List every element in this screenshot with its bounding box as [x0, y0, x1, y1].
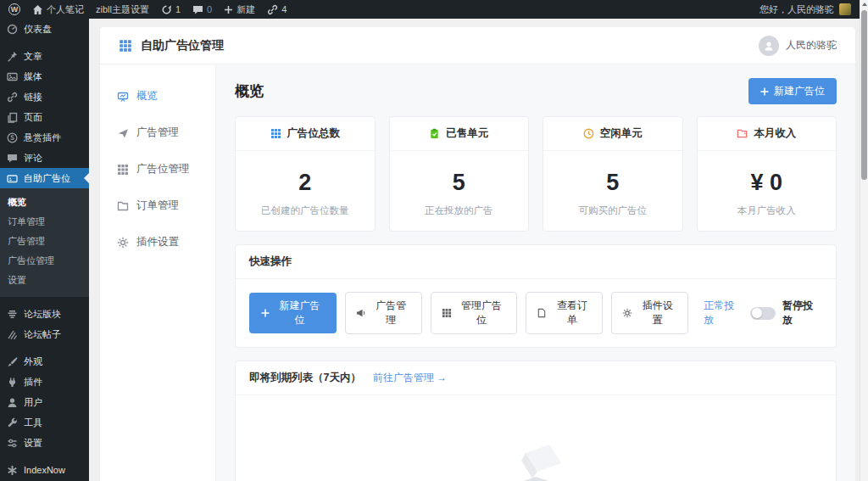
sidebar-item-posts[interactable]: 文章 [0, 46, 89, 66]
quick-button-label: 管理广告位 [457, 299, 507, 327]
plugin-nav-label: 订单管理 [136, 199, 179, 213]
sidebar-item-forum-sections[interactable]: 论坛版块 [0, 304, 89, 324]
plugin-nav: 概览 广告管理 广告位管理 订单管理 [100, 64, 216, 481]
plugin-main: 概览 新建广告位 广告位总数 [216, 64, 855, 481]
quick-manage-slots-button[interactable]: 管理广告位 [431, 292, 518, 334]
plugin-nav-ads[interactable]: 广告管理 [100, 115, 215, 151]
adminbar-comments[interactable]: 0 [192, 4, 212, 15]
adminbar-new[interactable]: 新建 [224, 3, 255, 16]
quick-actions-title: 快速操作 [249, 254, 292, 269]
grid-icon [270, 128, 281, 139]
quick-view-orders-button[interactable]: 查看订单 [526, 292, 603, 334]
sidebar-item-users[interactable]: 用户 [0, 392, 89, 412]
stat-label: 广告位总数 [287, 126, 341, 141]
sidebar-item-forum-posts[interactable]: 论坛帖子 [0, 324, 89, 344]
sidebar-item-dashboard[interactable]: 仪表盘 [0, 19, 89, 39]
toggle-off-label: 暂停投放 [782, 299, 822, 327]
overview-icon [117, 91, 129, 103]
adminbar-updates[interactable]: 1 [161, 4, 181, 15]
sidebar-label: 评论 [24, 152, 42, 165]
sidebar-item-pages[interactable]: 页面 [0, 107, 89, 127]
scroll-up-icon[interactable] [862, 3, 867, 6]
stat-card-sold-units: 已售单元 5 正在投放的广告 [389, 116, 530, 232]
sidebar-label: 自助广告位 [24, 172, 70, 185]
adminbar-link-count: 4 [281, 4, 287, 14]
user-avatar[interactable] [759, 36, 779, 56]
adminbar-new-label: 新建 [236, 3, 255, 16]
plugin-nav-ad-slots[interactable]: 广告位管理 [100, 151, 215, 187]
submenu-item-ad-slots[interactable]: 广告位管理 [0, 251, 89, 271]
submenu-item-overview[interactable]: 概览 [0, 193, 89, 212]
wp-admin-sidebar: 仪表盘 文章 媒体 链接 页面 悬赏插件 评论 自助广告位 [0, 19, 89, 481]
sidebar-label: 工具 [24, 417, 42, 429]
sidebar-label: 链接 [24, 91, 42, 103]
plugin-nav-settings[interactable]: 插件设置 [100, 224, 215, 260]
sidebar-label: 仪表盘 [24, 23, 52, 36]
stat-desc: 本月广告收入 [704, 204, 830, 217]
sidebar-item-plugins[interactable]: 插件 [0, 372, 89, 392]
sidebar-item-indexnow[interactable]: IndexNow [0, 460, 89, 480]
sidebar-label: 文章 [24, 50, 42, 63]
submenu-item-ads[interactable]: 广告管理 [0, 232, 89, 251]
sidebar-item-links[interactable]: 链接 [0, 87, 89, 107]
plugin-nav-orders[interactable]: 订单管理 [100, 187, 215, 224]
sidebar-item-ad-slots[interactable]: 自助广告位 [0, 168, 89, 188]
plugin-nav-overview[interactable]: 概览 [100, 78, 215, 115]
sidebar-item-media[interactable]: 媒体 [0, 66, 89, 87]
sliders-icon [7, 438, 18, 449]
sidebar-label: 论坛版块 [24, 308, 61, 321]
sidebar-item-appearance[interactable]: 外观 [0, 351, 89, 372]
quick-button-label: 广告管理 [371, 299, 411, 327]
sidebar-item-reward-plugin[interactable]: 悬赏插件 [0, 127, 89, 148]
brush-icon [7, 356, 18, 367]
quick-new-ad-slot-button[interactable]: 新建广告位 [249, 293, 337, 333]
pin-icon [7, 51, 18, 62]
submenu-item-orders[interactable]: 订单管理 [0, 212, 89, 232]
update-icon [161, 4, 172, 15]
delivery-toggle-switch[interactable] [750, 307, 775, 320]
adminbar-avatar[interactable] [839, 3, 851, 15]
page-scrollbar[interactable] [860, 0, 868, 481]
goto-ads-link[interactable]: 前往广告管理 → [373, 371, 447, 385]
clipboard-check-icon [429, 128, 440, 139]
adminbar-links[interactable]: 4 [267, 4, 287, 15]
adminbar-theme-settings[interactable]: zibll主题设置 [96, 3, 149, 16]
wordpress-logo-icon: W [8, 3, 20, 15]
sidebar-label: 论坛帖子 [24, 328, 61, 341]
dashboard-icon [7, 24, 18, 35]
stat-card-month-revenue: 本月收入 ¥ 0 本月广告收入 [697, 116, 837, 232]
scrollbar-thumb[interactable] [861, 10, 867, 180]
adminbar-comment-count: 0 [207, 4, 212, 14]
user-icon [7, 397, 18, 408]
empty-box-illustration [485, 439, 587, 481]
sidebar-item-tools[interactable]: 工具 [0, 412, 89, 433]
adminbar-wp-logo[interactable]: W [8, 3, 20, 15]
submenu-item-settings[interactable]: 设置 [0, 271, 89, 290]
page-title: 概览 [235, 81, 264, 101]
gear-icon [117, 237, 129, 249]
forum-sections-icon [7, 309, 18, 320]
admin-bar: W 个人笔记 zibll主题设置 1 0 新建 4 您好，人民的骆驼 [0, 0, 860, 19]
stat-label: 已售单元 [446, 126, 488, 141]
sidebar-item-settings[interactable]: 设置 [0, 433, 89, 453]
plugin-nav-label: 广告位管理 [136, 162, 190, 176]
reward-icon [7, 132, 18, 143]
quick-new-ad-slot-label: 新建广告位 [275, 299, 325, 327]
sidebar-label: 设置 [24, 437, 42, 450]
new-ad-slot-button[interactable]: 新建广告位 [748, 78, 837, 104]
quick-ads-button[interactable]: 广告管理 [345, 292, 422, 334]
expiring-title: 即将到期列表（7天内） [249, 371, 361, 385]
folder-icon [737, 128, 748, 139]
document-icon [537, 308, 547, 318]
grid-icon [442, 308, 452, 318]
quick-plugin-settings-button[interactable]: 插件设置 [611, 292, 688, 334]
adminbar-site-home[interactable]: 个人笔记 [32, 3, 84, 16]
sidebar-label: 外观 [24, 355, 42, 368]
delivery-toggle-group: 正常投放 暂停投放 [704, 299, 822, 327]
sidebar-item-comments[interactable]: 评论 [0, 148, 89, 168]
asterisk-icon [7, 465, 18, 476]
link-icon [7, 92, 18, 103]
adminbar-greeting[interactable]: 您好，人民的骆驼 [760, 3, 834, 16]
comment-icon [7, 153, 18, 164]
stat-desc: 正在投放的广告 [397, 204, 522, 217]
